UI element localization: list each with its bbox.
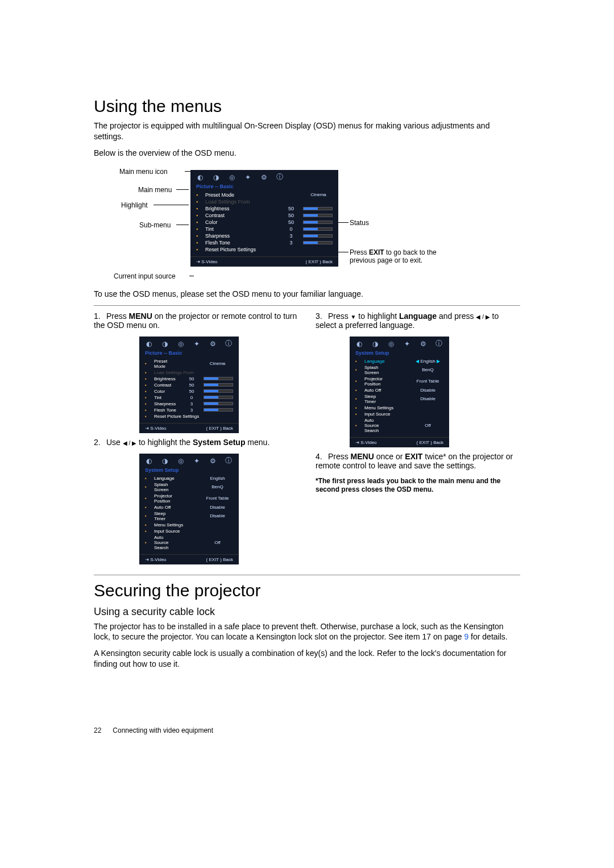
- row-value-right: English: [202, 476, 233, 481]
- row-icon: ▪: [196, 199, 202, 205]
- row-icon: ▪: [355, 412, 361, 417]
- row-icon: ▪: [145, 505, 151, 510]
- osd-tab-icon: ✦: [193, 340, 201, 348]
- row-label: Contrast: [154, 383, 180, 388]
- osd-row: ▪Input Source: [139, 528, 239, 534]
- osd-row: ▪Auto OffDisable: [350, 387, 449, 393]
- osd-row: ▪Menu Settings: [139, 522, 239, 528]
- row-icon: ▪: [145, 383, 151, 388]
- step-3: 3. Press ▼ to highlight Language and pre…: [316, 312, 520, 330]
- row-label: Color: [154, 389, 180, 394]
- osd-row: ▪Sharpness3: [190, 232, 338, 239]
- row-label: Menu Settings: [154, 522, 213, 528]
- osd-tab-icon: ⚙: [209, 457, 217, 465]
- row-value: 3: [283, 240, 300, 246]
- row-value: 3: [183, 401, 200, 406]
- row-label: Projector Position: [154, 493, 178, 504]
- osd-row: ▪Projector PositionFront Table: [350, 376, 449, 387]
- row-icon: ▪: [145, 376, 151, 381]
- row-icon: ▪: [355, 379, 361, 384]
- annot-highlight: Highlight: [121, 201, 148, 209]
- row-label: Tint: [205, 226, 279, 232]
- row-icon: ▪: [196, 213, 202, 218]
- row-icon: ▪: [196, 219, 202, 225]
- osd-row: ▪Auto Source SearchOff: [139, 534, 239, 551]
- osd-tab-icon: ⚙: [209, 340, 217, 348]
- row-icon: ▪: [355, 367, 361, 372]
- row-label: Tint: [154, 395, 180, 400]
- row-value-right: Front Table: [202, 496, 233, 501]
- osd-row: ▪Input Source: [350, 411, 449, 417]
- input-source-icon: ⇥: [196, 259, 201, 264]
- osd-row: ▪Brightness50: [190, 205, 338, 212]
- osd-screenshot-step2: ◐◑◎✦⚙ⓘ System Setup ▪LanguageEnglish▪Spl…: [139, 454, 239, 564]
- row-value-right: BenQ: [202, 484, 233, 489]
- osd-row: ▪Projector PositionFront Table: [139, 493, 239, 504]
- row-label: Reset Picture Settings: [205, 247, 312, 252]
- osd-tab-icon: ✦: [403, 340, 411, 348]
- row-icon: ▪: [145, 522, 151, 528]
- osd-tab-icon: ◎: [177, 340, 185, 348]
- osd-tab-icon: ⓘ: [435, 340, 443, 348]
- row-label: Menu Settings: [364, 405, 423, 410]
- row-value-right: BenQ: [412, 367, 443, 372]
- osd-row: ▪Splash ScreenBenQ: [139, 481, 239, 493]
- osd-menu-title: Picture -- Basic: [139, 349, 239, 358]
- heading-using-menus: Using the menus: [94, 97, 520, 116]
- row-value: 50: [283, 213, 300, 218]
- row-slider: [204, 377, 233, 380]
- row-slider: [204, 396, 233, 399]
- osd-footer: ⇥ S-Video ( EXIT ) Back: [139, 423, 239, 433]
- row-label: Brightness: [154, 376, 180, 381]
- overview-paragraph: Below is the overview of the OSD menu.: [94, 148, 520, 159]
- step-2: 2. Use ◀ / ▶ to highlight the System Set…: [94, 438, 298, 447]
- osd-row: ▪Color50: [190, 219, 338, 226]
- osd-tab-icon: ⓘ: [276, 173, 284, 181]
- annot-current-input-source: Current input source: [114, 272, 176, 280]
- osd-tab-icon: ⓘ: [225, 340, 233, 348]
- row-label: Flesh Tone: [154, 408, 180, 413]
- annot-main-menu-icon: Main menu icon: [119, 168, 168, 176]
- exit-button-label: ( EXIT ): [306, 259, 323, 264]
- row-value-right: Front Table: [412, 379, 443, 384]
- row-value-right: Disable: [202, 505, 233, 510]
- osd-row: ▪Contrast50: [139, 382, 239, 388]
- osd-tab-icon: ◎: [228, 173, 236, 181]
- row-value: 50: [183, 376, 200, 381]
- intro-paragraph: The projector is equipped with multiling…: [94, 121, 520, 142]
- osd-row: ▪Menu Settings: [350, 405, 449, 411]
- osd-tab-icon: ✦: [193, 457, 201, 465]
- osd-menu-title: System Setup: [139, 466, 239, 475]
- osd-tab-icon: ◐: [355, 340, 363, 348]
- row-value-right: ◀ English ▶: [412, 359, 443, 364]
- row-icon: ▪: [145, 414, 151, 419]
- row-label: Flesh Tone: [205, 240, 279, 246]
- step-4: 4. Press MENU once or EXIT twice* on the…: [316, 452, 520, 470]
- page-number: 22: [94, 726, 111, 734]
- row-slider: [303, 227, 333, 231]
- osd-tab-icon: ⚙: [260, 173, 268, 181]
- row-label: Brightness: [205, 206, 279, 211]
- row-value: 50: [283, 219, 300, 225]
- row-label: Preset Mode: [154, 359, 178, 369]
- row-icon: ▪: [355, 423, 361, 428]
- osd-row: ▪Tint0: [190, 226, 338, 232]
- row-value: 50: [183, 389, 200, 394]
- row-icon: ▪: [196, 226, 202, 232]
- osd-footer: ⇥ S-Video ( EXIT ) Back: [139, 554, 239, 564]
- osd-tab-icon: ◐: [196, 173, 204, 181]
- osd-tab-icon: ◎: [177, 457, 185, 465]
- osd-tab-icon: ◑: [371, 340, 379, 348]
- osd-row: ▪Brightness50: [139, 376, 239, 382]
- row-value: 3: [183, 408, 200, 413]
- row-value-right: Disable: [412, 388, 443, 393]
- row-label: Splash Screen: [154, 482, 178, 492]
- row-value-right: Off: [202, 540, 233, 545]
- row-icon: ▪: [145, 529, 151, 534]
- osd-row: ▪Flesh Tone3: [139, 407, 239, 413]
- row-value-right: Disable: [202, 513, 233, 518]
- row-label: Input Source: [154, 529, 213, 534]
- row-label: Load Settings From: [154, 370, 213, 375]
- osd-menu-title: Picture -- Basic: [190, 182, 338, 192]
- row-label: Sharpness: [154, 401, 180, 406]
